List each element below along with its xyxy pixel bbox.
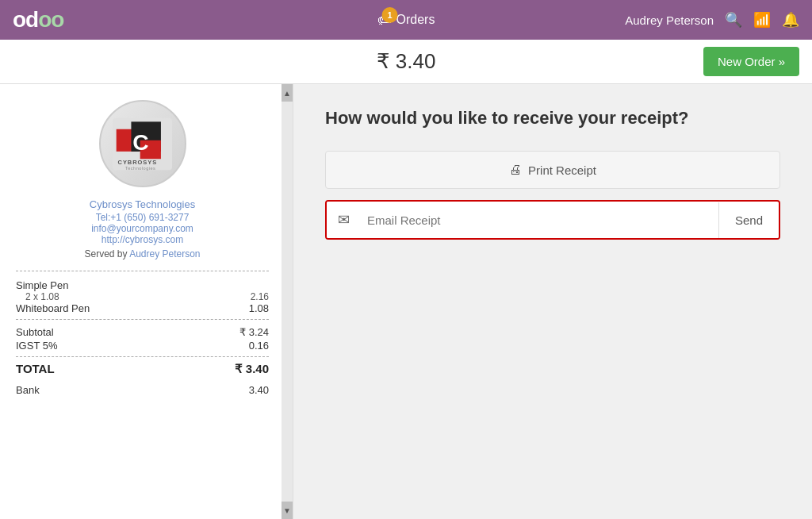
item-2-amount: 1.08 (249, 302, 269, 314)
dashed-line-1 (16, 319, 269, 320)
svg-text:Technologies: Technologies (125, 166, 155, 171)
served-name: Audrey Peterson (129, 248, 200, 260)
receipt-question: How would you like to receive your recei… (325, 108, 780, 129)
receipt-panel: ▲ ▼ C (0, 84, 293, 519)
total-label: TOTAL (16, 362, 55, 376)
tax-row: IGST 5% 0.16 (16, 340, 269, 352)
payment-label: Bank (16, 384, 40, 396)
nav-username: Audrey Peterson (625, 13, 714, 27)
company-tel: Tel:+1 (650) 691-3277 (16, 212, 269, 223)
svg-text:C: C (132, 130, 148, 155)
company-logo: C CYBROSYS Technologies (16, 100, 269, 187)
main-content: ▲ ▼ C (0, 84, 812, 519)
orders-badge: 1 (382, 7, 398, 23)
item-2-row: Whiteboard Pen 1.08 (16, 302, 269, 314)
email-receipt-input[interactable] (361, 202, 718, 238)
sub-header: ₹ 3.40 New Order » (0, 40, 812, 84)
scroll-up[interactable]: ▲ (282, 84, 293, 102)
print-icon: 🖨 (509, 163, 522, 177)
company-info: Cybrosys Technologies Tel:+1 (650) 691-3… (16, 198, 269, 260)
item-1-name: Simple Pen (16, 279, 269, 291)
orders-nav-label[interactable]: Orders (396, 13, 435, 27)
nav-center: 🏷 1 Orders (377, 12, 435, 29)
payment-value: 3.40 (249, 384, 269, 396)
item-1-qty: 2 x 1.08 2.16 (16, 291, 269, 302)
tax-value: 0.16 (249, 340, 269, 352)
subtotal-value: ₹ 3.24 (239, 326, 269, 338)
print-receipt-button[interactable]: 🖨 Print Receipt (325, 151, 780, 189)
receipt-divider-top (16, 271, 269, 271)
dashed-line-2 (16, 356, 269, 357)
scroll-thumb (283, 103, 291, 500)
email-receipt-container: ✉ Send (325, 200, 780, 240)
notification-icon[interactable]: 🔔 (782, 11, 799, 29)
svg-text:CYBROSYS: CYBROSYS (118, 158, 158, 165)
nav-right: Audrey Peterson 🔍 📶 🔔 (625, 11, 799, 29)
right-panel: How would you like to receive your recei… (293, 84, 812, 519)
print-receipt-label: Print Receipt (528, 163, 596, 177)
total-row: TOTAL ₹ 3.40 (16, 362, 269, 376)
item-2-name: Whiteboard Pen (16, 302, 90, 314)
scroll-down[interactable]: ▼ (282, 502, 293, 519)
company-email: info@yourcompany.com (16, 223, 269, 234)
email-icon-wrap: ✉ (327, 202, 361, 238)
bank-row: Bank 3.40 (16, 384, 269, 396)
wifi-icon: 📶 (753, 11, 771, 29)
total-value: ₹ 3.40 (235, 362, 269, 376)
email-icon: ✉ (338, 211, 350, 229)
search-icon[interactable]: 🔍 (725, 11, 742, 29)
subtotal-row: Subtotal ₹ 3.24 (16, 326, 269, 338)
company-name: Cybrosys Technologies (16, 198, 269, 210)
logo-circle: C CYBROSYS Technologies (99, 100, 186, 187)
total-display: ₹ 3.40 (377, 49, 436, 74)
subtotal-label: Subtotal (16, 326, 54, 338)
order-items: Simple Pen 2 x 1.08 2.16 Whiteboard Pen … (16, 279, 269, 314)
served-by: Served by Audrey Peterson (16, 248, 269, 260)
scroll-track: ▲ ▼ (282, 84, 293, 519)
cybrosys-logo-svg: C CYBROSYS Technologies (109, 114, 176, 174)
odoo-logo: odoo (13, 7, 63, 33)
send-button[interactable]: Send (718, 202, 779, 238)
receipt-content: C CYBROSYS Technologies Cybrosys Technol… (0, 84, 293, 519)
company-url: http://cybrosys.com (16, 234, 269, 245)
top-nav: odoo 🏷 1 Orders Audrey Peterson 🔍 📶 🔔 (0, 0, 812, 40)
tax-label: IGST 5% (16, 340, 58, 352)
subtotal-section: Subtotal ₹ 3.24 IGST 5% 0.16 (16, 326, 269, 352)
new-order-button[interactable]: New Order » (703, 47, 799, 76)
